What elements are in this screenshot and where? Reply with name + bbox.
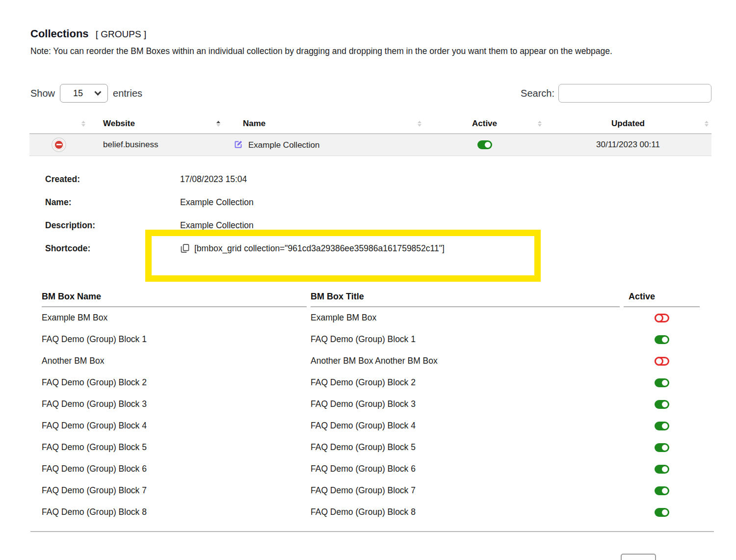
- bmbox-title-cell: FAQ Demo (Group) Block 1: [311, 329, 620, 350]
- collection-detail: Created: 17/08/2023 15:04 Name: Example …: [45, 168, 707, 260]
- bmbox-active-toggle[interactable]: [655, 335, 669, 344]
- collections-page: Collections [ GROUPS ] Note: You can reo…: [0, 0, 736, 560]
- active-toggle[interactable]: [477, 140, 492, 149]
- partial-button[interactable]: [621, 554, 656, 560]
- header-updated-label: Updated: [611, 119, 645, 128]
- bmbox-active-cell: [624, 307, 700, 329]
- detail-row-name: Name: Example Collection: [45, 191, 707, 214]
- table-controls: Show 15 entries Search:: [30, 83, 711, 103]
- header-active-label: Active: [472, 119, 497, 128]
- entries-select-value: 15: [73, 88, 83, 99]
- bmbox-active-cell: [624, 372, 700, 394]
- bmbox-active-cell: [624, 329, 700, 350]
- bmbox-title-cell: Example BM Box: [311, 307, 620, 329]
- bmbox-name-cell[interactable]: Example BM Box: [42, 307, 307, 329]
- header-website[interactable]: Website: [88, 114, 223, 133]
- bmbox-active-toggle[interactable]: [655, 422, 669, 430]
- show-entries-control: Show 15 entries: [30, 84, 142, 103]
- bmbox-name-cell[interactable]: FAQ Demo (Group) Block 2: [42, 372, 307, 394]
- collapse-row-cell: [29, 133, 88, 156]
- page-title: Collections [ GROUPS ]: [30, 27, 707, 40]
- bmbox-title-cell: FAQ Demo (Group) Block 2: [311, 372, 620, 394]
- bmbox-header-active: Active: [624, 290, 700, 307]
- sort-icon[interactable]: [538, 121, 542, 127]
- bmbox-title-cell: Another BM Box Another BM Box: [311, 350, 620, 372]
- header-name-label: Name: [243, 119, 265, 128]
- detail-row-description: Description: Example Collection: [45, 214, 707, 237]
- reorder-note: Note: You can reorder the BM Boxes withi…: [30, 45, 698, 57]
- show-label: Show: [30, 88, 55, 99]
- search-input[interactable]: [558, 84, 711, 103]
- bmbox-active-toggle[interactable]: [655, 314, 669, 322]
- search-label: Search:: [521, 88, 554, 99]
- description-value: Example Collection: [180, 220, 254, 231]
- sort-icon[interactable]: [81, 121, 85, 127]
- bmbox-title-cell: FAQ Demo (Group) Block 6: [311, 458, 620, 480]
- bmbox-name-cell[interactable]: FAQ Demo (Group) Block 4: [42, 415, 307, 437]
- sort-icon[interactable]: [705, 121, 709, 127]
- bmbox-name-cell[interactable]: FAQ Demo (Group) Block 8: [42, 502, 307, 523]
- collections-table: Website Name Active Updated: [29, 114, 711, 156]
- name-label: Name:: [45, 197, 180, 208]
- created-value: 17/08/2023 15:04: [180, 174, 247, 185]
- shortcode-text[interactable]: [bmbox_grid collection="961cd3a29386ee35…: [194, 243, 445, 254]
- bmbox-active-toggle[interactable]: [655, 508, 669, 517]
- entries-label: entries: [113, 88, 142, 99]
- shortcode-value-wrap: [bmbox_grid collection="961cd3a29386ee35…: [180, 243, 445, 254]
- sort-icon-ascending[interactable]: [216, 121, 220, 127]
- bmbox-title-cell: FAQ Demo (Group) Block 4: [311, 415, 620, 437]
- bmbox-table: BM Box Name BM Box Title Active Example …: [42, 290, 714, 523]
- detail-row-created: Created: 17/08/2023 15:04: [45, 168, 707, 191]
- bmbox-active-cell: [624, 480, 700, 502]
- description-label: Description:: [45, 220, 180, 231]
- header-updated[interactable]: Updated: [545, 114, 711, 133]
- bmbox-name-cell[interactable]: FAQ Demo (Group) Block 3: [42, 394, 307, 415]
- collection-name-text[interactable]: Example Collection: [248, 140, 320, 150]
- bmbox-header-name: BM Box Name: [42, 290, 307, 307]
- copy-icon[interactable]: [180, 243, 190, 254]
- sort-icon[interactable]: [418, 121, 421, 127]
- website-cell: belief.business: [88, 133, 223, 156]
- header-control[interactable]: [29, 114, 88, 133]
- header-website-label: Website: [103, 119, 135, 128]
- bmbox-active-toggle[interactable]: [655, 357, 669, 366]
- bmbox-title-cell: FAQ Demo (Group) Block 5: [311, 437, 620, 458]
- bmbox-name-cell[interactable]: Another BM Box: [42, 350, 307, 372]
- bmbox-active-cell: [624, 415, 700, 437]
- page-title-text: Collections: [30, 27, 89, 40]
- bmbox-active-toggle[interactable]: [655, 465, 669, 474]
- name-cell: Example Collection: [223, 133, 424, 156]
- shortcode-label: Shortcode:: [45, 243, 180, 254]
- bmbox-name-cell[interactable]: FAQ Demo (Group) Block 1: [42, 329, 307, 350]
- page-title-tag: [ GROUPS ]: [96, 29, 146, 39]
- bmbox-active-cell: [624, 350, 700, 372]
- bmbox-active-toggle[interactable]: [655, 443, 669, 452]
- bmbox-name-cell[interactable]: FAQ Demo (Group) Block 5: [42, 437, 307, 458]
- header-active[interactable]: Active: [424, 114, 545, 133]
- collections-table-header-row: Website Name Active Updated: [29, 114, 711, 133]
- header-name[interactable]: Name: [223, 114, 424, 133]
- bmbox-active-cell: [624, 394, 700, 415]
- bmbox-title-cell: FAQ Demo (Group) Block 3: [311, 394, 620, 415]
- active-cell: [424, 133, 545, 156]
- bmbox-active-cell: [624, 458, 700, 480]
- bmbox-active-toggle[interactable]: [655, 378, 669, 387]
- updated-cell: 30/11/2023 00:11: [545, 133, 711, 156]
- bmbox-title-cell: FAQ Demo (Group) Block 8: [311, 502, 620, 523]
- bmbox-name-cell[interactable]: FAQ Demo (Group) Block 7: [42, 480, 307, 502]
- bmbox-active-cell: [624, 437, 700, 458]
- bmbox-section: BM Box Name BM Box Title Active Example …: [30, 290, 714, 532]
- bmbox-title-cell: FAQ Demo (Group) Block 7: [311, 480, 620, 502]
- bmbox-name-cell[interactable]: FAQ Demo (Group) Block 6: [42, 458, 307, 480]
- bmbox-active-cell: [624, 502, 700, 523]
- collapse-row-button[interactable]: [53, 138, 65, 151]
- name-value: Example Collection: [180, 197, 254, 208]
- created-label: Created:: [45, 174, 180, 185]
- entries-select[interactable]: 15: [60, 84, 108, 103]
- search-control: Search:: [521, 84, 711, 103]
- chevron-down-icon: [94, 89, 101, 96]
- edit-icon[interactable]: [233, 139, 243, 150]
- bmbox-active-toggle[interactable]: [655, 400, 669, 409]
- bmbox-header-title: BM Box Title: [311, 290, 620, 307]
- bmbox-active-toggle[interactable]: [655, 486, 669, 495]
